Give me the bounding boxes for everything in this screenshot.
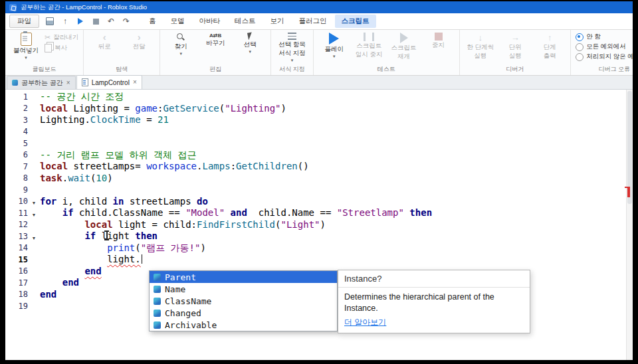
fold-arrow-icon[interactable]: ▼ [32, 236, 37, 240]
code-text: end [40, 277, 79, 289]
roblox-studio-window: 공부하는 공간 - LampControl - Roblox Studio 파일… [5, 1, 633, 360]
code-line[interactable]: 8task.wait(10) [5, 173, 626, 185]
code-line[interactable]: 11▼ if child.ClassName == "Model" and ch… [5, 207, 626, 219]
line-number: 15 [5, 255, 28, 264]
radio-icon [576, 43, 584, 51]
line-number: 10 [5, 197, 28, 206]
tooltip-title: Instance? [338, 270, 530, 288]
debug-error-option[interactable]: 안 함 [576, 33, 633, 41]
code-line[interactable]: 14 print("램프 가동!") [5, 242, 626, 254]
fold-arrow-icon[interactable]: ▼ [32, 213, 37, 217]
code-line[interactable]: 9 [5, 184, 626, 196]
line-number: 1 [5, 92, 28, 102]
code-text: if light then [40, 230, 158, 242]
doc-tab[interactable]: 공부하는 공간× [7, 76, 76, 89]
close-tab-icon[interactable]: × [66, 80, 70, 86]
code-text: local streetLamps= workspace.Lamps:GetCh… [40, 161, 309, 173]
ribbon-group-debug-errors: 안 함모든 예외에서처리되지 않은 예외에서 디버그 오류 [571, 30, 633, 75]
paste-button[interactable]: 붙여넣기 ▾ [10, 31, 42, 61]
ribbon-group-navigate: ‹ 뒤로 › 전달 탐색 [84, 30, 160, 75]
fold-arrow-icon[interactable]: ▼ [32, 201, 37, 205]
code-line[interactable]: 13▼ if light then [5, 230, 626, 242]
window-title: 공부하는 공간 - LampControl - Roblox Studio [21, 3, 147, 12]
back-button[interactable]: ‹ 뒤로 [88, 31, 120, 52]
publish-icon[interactable]: ↑ [60, 16, 70, 27]
code-text: Lighting.ClockTime = 21 [40, 114, 169, 126]
pause-script-button[interactable]: 스크립트 일시 중지 [353, 31, 385, 60]
group-label-test: 테스트 [318, 64, 455, 75]
learn-more-link[interactable]: 더 알아보기 [338, 316, 392, 333]
line-number: 12 [5, 220, 28, 229]
code-text: local Lighting = game:GetService("Lighti… [40, 103, 286, 115]
select-button[interactable]: 선택 ▾ [234, 31, 266, 55]
menu-tab-테스트[interactable]: 테스트 [228, 15, 263, 28]
code-line[interactable]: 3Lighting.ClockTime = 21 [5, 114, 626, 126]
close-tab-icon[interactable]: × [133, 79, 137, 86]
radio-icon [576, 53, 584, 61]
ribbon-group-format: 선택 항목 서식 지정 ▾ 서식 지정 [271, 30, 314, 75]
menu-tab-보기[interactable]: 보기 [264, 15, 291, 28]
replace-icon: A⇄B [209, 33, 221, 39]
format-selection-button[interactable]: 선택 항목 서식 지정 ▾ [276, 31, 308, 64]
resume-script-button[interactable]: 스크립트 재개 [388, 31, 420, 62]
step-over-button[interactable]: → 단위 실행 [499, 31, 531, 61]
line-number: 18 [5, 290, 28, 299]
line-number: 14 [5, 243, 28, 252]
autocomplete-item-ClassName[interactable]: ClassName [150, 295, 337, 307]
script-editor[interactable]: 1-- 공간 시간 조정2local Lighting = game:GetSe… [5, 90, 633, 360]
code-line[interactable]: 10▼for i, child in streetLamps do [5, 196, 626, 208]
find-button[interactable]: 찾기 ▾ [165, 31, 197, 57]
search-icon [176, 33, 185, 42]
menu-tab-모델[interactable]: 모델 [164, 15, 191, 28]
code-line[interactable]: 15 light. [5, 254, 626, 266]
line-number: 4 [5, 127, 28, 136]
replace-button[interactable]: A⇄B 바꾸기 [199, 31, 231, 48]
scissors-icon: ✂ [45, 33, 51, 42]
vertical-scrollbar[interactable] [626, 90, 633, 360]
menu-tab-스크립트[interactable]: 스크립트 [335, 15, 376, 28]
cut-button[interactable]: ✂ 잘라내기 [45, 33, 78, 42]
code-line[interactable]: 2local Lighting = game:GetService("Light… [5, 103, 626, 115]
step-into-button[interactable]: ↓ 한 단계씩 실행 [465, 31, 497, 61]
undo-icon[interactable]: ↶ [106, 16, 116, 27]
step-out-button[interactable]: ↑ 단계 출력 [534, 31, 566, 61]
forward-button[interactable]: › 전달 [123, 31, 155, 52]
line-number: 3 [5, 116, 28, 125]
text-caret [142, 254, 143, 264]
autocomplete-item-Archivable[interactable]: Archivable [150, 319, 337, 331]
code-line[interactable]: 6-- 거리 램프 모델 하위 객체 접근 [5, 149, 626, 161]
menu-tab-아바타[interactable]: 아바타 [193, 15, 227, 28]
code-line[interactable]: 5 [5, 137, 626, 149]
autocomplete-item-Changed[interactable]: Changed [150, 307, 337, 319]
code-line[interactable]: 4 [5, 126, 626, 138]
play-button[interactable]: 플레이 ▾ [318, 31, 350, 60]
line-number: 19 [5, 302, 28, 311]
code-line[interactable]: 12 local light = child:FindFirstChild("L… [5, 219, 626, 231]
doc-tab[interactable]: LampControl× [76, 75, 142, 89]
file-menu-button[interactable]: 파일 [9, 15, 39, 28]
stop-button[interactable]: 중지 [423, 31, 455, 50]
copy-button[interactable]: 복사 [45, 44, 78, 52]
save-icon[interactable] [45, 16, 55, 27]
menu-tab-홈[interactable]: 홈 [142, 15, 163, 28]
code-text: light. [40, 254, 142, 266]
code-line[interactable]: 7local streetLamps= workspace.Lamps:GetC… [5, 161, 626, 173]
code-line[interactable]: 1-- 공간 시간 조정 [5, 91, 626, 103]
doc-tabbar: 공부하는 공간×LampControl× [5, 76, 633, 90]
play-icon[interactable] [75, 16, 86, 27]
menu-tab-플러그인[interactable]: 플러그인 [292, 15, 334, 28]
autocomplete-item-Parent[interactable]: Parent [150, 271, 337, 283]
stop-icon[interactable] [90, 16, 101, 27]
autocomplete-popup: ParentNameClassNameChangedArchivable [149, 270, 338, 331]
debug-error-option[interactable]: 처리되지 않은 예외에서 [576, 52, 633, 61]
property-icon [154, 274, 161, 281]
autocomplete-item-Name[interactable]: Name [150, 283, 337, 295]
chevron-down-icon: ▾ [249, 49, 251, 54]
chevron-down-icon: ▾ [25, 55, 27, 60]
menubar: 파일 ↑↶↷ 홈모델아바타테스트보기플러그인스크립트 [5, 13, 633, 30]
debug-error-option[interactable]: 모든 예외에서 [576, 43, 633, 51]
autocomplete-tooltip: Instance? Determines the hierarchical pa… [338, 270, 530, 333]
redo-icon[interactable]: ↷ [121, 16, 132, 27]
autocomplete-label: Parent [165, 272, 196, 282]
step-out-icon: ↑ [548, 33, 552, 43]
